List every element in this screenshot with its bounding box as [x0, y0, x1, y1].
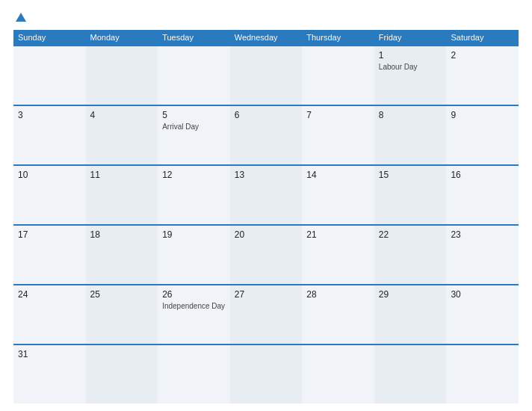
- calendar-cell: 13: [230, 166, 303, 224]
- calendar-page: SundayMondayTuesdayWednesdayThursdayFrid…: [0, 0, 532, 411]
- holiday-label: Independence Day: [162, 301, 226, 311]
- calendar-cell: 3: [13, 106, 86, 164]
- day-number: 5: [162, 110, 226, 120]
- calendar-cell: 31: [13, 345, 86, 404]
- day-number: 14: [306, 170, 370, 180]
- weekday-header-cell: Wednesday: [230, 30, 303, 45]
- weekday-header-cell: Monday: [86, 30, 158, 45]
- day-number: 11: [90, 170, 154, 180]
- logo: [13, 13, 26, 22]
- day-number: 28: [306, 289, 370, 300]
- calendar-cell: 26Independence Day: [158, 285, 230, 344]
- weekday-header-row: SundayMondayTuesdayWednesdayThursdayFrid…: [13, 30, 519, 45]
- calendar-cell: 11: [86, 166, 158, 224]
- calendar-cell: 21: [302, 226, 374, 284]
- calendar-cell: 29: [374, 285, 447, 344]
- day-number: 7: [306, 110, 370, 120]
- weekday-header-cell: Sunday: [13, 30, 86, 45]
- day-number: 21: [306, 229, 370, 240]
- weekday-header-cell: Saturday: [446, 30, 519, 45]
- day-number: 16: [451, 170, 514, 180]
- calendar-cell: 17: [13, 226, 86, 284]
- calendar-grid: SundayMondayTuesdayWednesdayThursdayFrid…: [13, 30, 519, 404]
- day-number: 27: [235, 289, 298, 300]
- day-number: 12: [162, 170, 226, 180]
- calendar-cell: [302, 345, 374, 404]
- calendar-week-row: 31: [13, 344, 519, 404]
- weekday-header-cell: Thursday: [302, 30, 374, 45]
- day-number: 19: [162, 229, 226, 240]
- day-number: 15: [379, 170, 442, 180]
- calendar-cell: 20: [230, 226, 303, 284]
- day-number: 13: [235, 170, 298, 180]
- day-number: 24: [18, 289, 81, 300]
- calendar-cell: 14: [302, 166, 374, 224]
- calendar-cell: 22: [374, 226, 447, 284]
- calendar-week-row: 242526Independence Day27282930: [13, 284, 519, 344]
- day-number: 20: [235, 229, 298, 240]
- logo-triangle-icon: [16, 13, 26, 22]
- calendar-cell: 23: [446, 226, 519, 284]
- calendar-cell: 12: [158, 166, 230, 224]
- calendar-cell: [374, 345, 447, 404]
- header: [13, 13, 519, 22]
- day-number: 18: [90, 229, 154, 240]
- calendar-cell: 1Labour Day: [374, 46, 447, 105]
- calendar-cell: 28: [302, 285, 374, 344]
- day-number: 31: [18, 349, 81, 359]
- calendar-cell: [13, 46, 86, 105]
- day-number: 26: [162, 289, 226, 300]
- calendar-cell: [158, 46, 230, 105]
- calendar-cell: [230, 345, 303, 404]
- calendar-cell: [158, 345, 230, 404]
- day-number: 22: [379, 229, 442, 240]
- calendar-cell: 16: [446, 166, 519, 224]
- calendar-week-row: 17181920212223: [13, 224, 519, 284]
- calendar-week-row: 1Labour Day2: [13, 45, 519, 105]
- calendar-cell: 19: [158, 226, 230, 284]
- calendar-cell: 2: [446, 46, 519, 105]
- holiday-label: Labour Day: [379, 62, 442, 72]
- calendar-cell: 8: [374, 106, 447, 164]
- calendar-cell: 25: [86, 285, 158, 344]
- day-number: 17: [18, 229, 81, 240]
- day-number: 9: [451, 110, 514, 120]
- calendar-cell: 7: [302, 106, 374, 164]
- calendar-cell: [302, 46, 374, 105]
- calendar-cell: 24: [13, 285, 86, 344]
- calendar-cell: 4: [86, 106, 158, 164]
- day-number: 4: [90, 110, 154, 120]
- day-number: 25: [90, 289, 154, 300]
- calendar-cell: 15: [374, 166, 447, 224]
- day-number: 2: [451, 50, 514, 61]
- day-number: 30: [451, 289, 514, 300]
- calendar-cell: 10: [13, 166, 86, 224]
- day-number: 10: [18, 170, 81, 180]
- day-number: 3: [18, 110, 81, 120]
- day-number: 23: [451, 229, 514, 240]
- calendar-cell: [446, 345, 519, 404]
- calendar-week-row: 345Arrival Day6789: [13, 105, 519, 164]
- calendar-cell: 18: [86, 226, 158, 284]
- calendar-cell: 5Arrival Day: [158, 106, 230, 164]
- weekday-header-cell: Friday: [374, 30, 447, 45]
- calendar-cell: 30: [446, 285, 519, 344]
- day-number: 8: [379, 110, 442, 120]
- day-number: 6: [235, 110, 298, 120]
- day-number: 1: [379, 50, 442, 61]
- calendar-cell: [86, 46, 158, 105]
- holiday-label: Arrival Day: [162, 122, 226, 132]
- calendar-week-row: 10111213141516: [13, 164, 519, 224]
- weekday-header-cell: Tuesday: [158, 30, 230, 45]
- calendar-cell: 9: [446, 106, 519, 164]
- calendar-cell: [86, 345, 158, 404]
- calendar-cell: 6: [230, 106, 303, 164]
- calendar-cell: [230, 46, 303, 105]
- day-number: 29: [379, 289, 442, 300]
- calendar-cell: 27: [230, 285, 303, 344]
